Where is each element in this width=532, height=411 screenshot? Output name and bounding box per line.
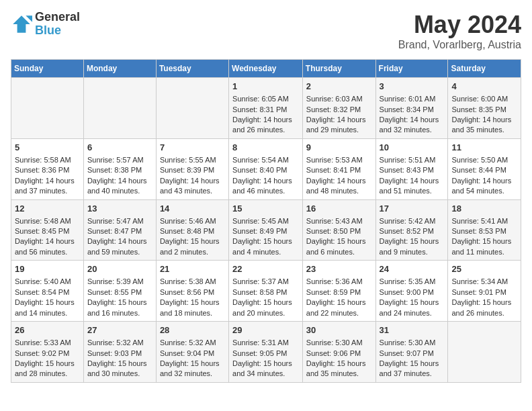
- calendar-cell: 26Sunrise: 5:33 AMSunset: 9:02 PMDayligh…: [11, 322, 84, 383]
- day-info: Sunset: 8:43 PM: [380, 165, 445, 175]
- day-info: Daylight: 15 hours and 26 minutes.: [451, 298, 517, 318]
- day-info: Sunset: 8:50 PM: [306, 226, 372, 236]
- day-info: Sunset: 8:38 PM: [87, 165, 152, 175]
- calendar-cell: 5Sunrise: 5:58 AMSunset: 8:36 PMDaylight…: [11, 138, 84, 199]
- day-number: 10: [380, 142, 445, 154]
- calendar-header: SundayMondayTuesdayWednesdayThursdayFrid…: [11, 60, 521, 78]
- calendar-week-row: 1Sunrise: 6:05 AMSunset: 8:31 PMDaylight…: [11, 78, 521, 139]
- day-info: Sunrise: 5:34 AM: [451, 277, 517, 287]
- calendar-cell: 2Sunrise: 6:03 AMSunset: 8:32 PMDaylight…: [302, 78, 375, 139]
- calendar-cell: 9Sunrise: 5:53 AMSunset: 8:41 PMDaylight…: [302, 138, 375, 199]
- calendar-cell: 11Sunrise: 5:50 AMSunset: 8:44 PMDayligh…: [448, 138, 521, 199]
- day-info: Daylight: 15 hours and 37 minutes.: [380, 359, 445, 379]
- calendar-cell: [83, 78, 156, 139]
- day-info: Daylight: 15 hours and 32 minutes.: [160, 359, 225, 379]
- calendar-cell: 1Sunrise: 6:05 AMSunset: 8:31 PMDaylight…: [229, 78, 303, 139]
- calendar-cell: 21Sunrise: 5:38 AMSunset: 8:56 PMDayligh…: [156, 261, 228, 322]
- day-info: Sunset: 9:01 PM: [451, 287, 517, 298]
- day-info: Sunrise: 5:38 AM: [160, 277, 225, 287]
- calendar-cell: 18Sunrise: 5:41 AMSunset: 8:53 PMDayligh…: [448, 199, 521, 261]
- logo: General Blue: [11, 11, 80, 38]
- day-info: Sunset: 9:02 PM: [15, 349, 80, 359]
- day-info: Daylight: 15 hours and 14 minutes.: [15, 298, 80, 318]
- day-info: Sunrise: 5:30 AM: [306, 338, 372, 348]
- day-number: 16: [306, 203, 372, 215]
- day-info: Sunset: 8:31 PM: [232, 105, 299, 115]
- calendar-cell: 15Sunrise: 5:45 AMSunset: 8:49 PMDayligh…: [229, 199, 303, 261]
- calendar-table: SundayMondayTuesdayWednesdayThursdayFrid…: [11, 59, 521, 383]
- day-info: Sunrise: 5:30 AM: [380, 338, 445, 348]
- calendar-cell: [156, 78, 228, 139]
- day-number: 5: [15, 142, 80, 154]
- calendar-cell: 30Sunrise: 5:30 AMSunset: 9:06 PMDayligh…: [302, 322, 375, 383]
- calendar-cell: 31Sunrise: 5:30 AMSunset: 9:07 PMDayligh…: [375, 322, 448, 383]
- calendar-cell: [11, 78, 84, 139]
- day-info: Daylight: 14 hours and 59 minutes.: [87, 236, 152, 257]
- day-info: Sunset: 9:03 PM: [87, 349, 152, 359]
- calendar-cell: 10Sunrise: 5:51 AMSunset: 8:43 PMDayligh…: [375, 138, 448, 199]
- day-info: Sunset: 8:36 PM: [15, 165, 80, 175]
- day-info: Sunrise: 5:37 AM: [232, 277, 299, 287]
- day-info: Daylight: 15 hours and 20 minutes.: [232, 298, 299, 318]
- day-number: 15: [232, 203, 299, 215]
- calendar-cell: 16Sunrise: 5:43 AMSunset: 8:50 PMDayligh…: [302, 199, 375, 261]
- day-info: Sunrise: 6:03 AM: [306, 94, 372, 104]
- logo-line1: General: [35, 11, 80, 24]
- day-of-week-header: Sunday: [11, 60, 84, 78]
- day-info: Sunrise: 6:05 AM: [232, 94, 299, 104]
- day-info: Daylight: 15 hours and 24 minutes.: [380, 298, 445, 318]
- calendar-cell: 29Sunrise: 5:31 AMSunset: 9:05 PMDayligh…: [229, 322, 303, 383]
- calendar-cell: 6Sunrise: 5:57 AMSunset: 8:38 PMDaylight…: [83, 138, 156, 199]
- day-number: 11: [451, 142, 517, 154]
- day-info: Daylight: 15 hours and 4 minutes.: [232, 236, 299, 257]
- calendar-week-row: 26Sunrise: 5:33 AMSunset: 9:02 PMDayligh…: [11, 322, 521, 383]
- calendar-cell: 4Sunrise: 6:00 AMSunset: 8:35 PMDaylight…: [448, 78, 521, 139]
- days-of-week-row: SundayMondayTuesdayWednesdayThursdayFrid…: [11, 60, 521, 78]
- calendar-week-row: 19Sunrise: 5:40 AMSunset: 8:54 PMDayligh…: [11, 261, 521, 322]
- day-of-week-header: Tuesday: [156, 60, 228, 78]
- day-info: Sunset: 8:34 PM: [380, 105, 445, 115]
- day-info: Daylight: 14 hours and 56 minutes.: [15, 236, 80, 257]
- day-info: Sunrise: 5:51 AM: [380, 155, 445, 165]
- day-of-week-header: Friday: [375, 60, 448, 78]
- day-number: 29: [232, 324, 299, 336]
- calendar-cell: 8Sunrise: 5:54 AMSunset: 8:40 PMDaylight…: [229, 138, 303, 199]
- day-info: Sunrise: 5:43 AM: [306, 216, 372, 226]
- day-info: Sunrise: 5:46 AM: [160, 216, 225, 226]
- day-info: Daylight: 14 hours and 35 minutes.: [451, 115, 517, 136]
- day-number: 12: [15, 203, 80, 215]
- day-info: Sunrise: 5:36 AM: [306, 277, 372, 287]
- day-info: Daylight: 15 hours and 16 minutes.: [87, 298, 152, 318]
- day-number: 8: [232, 142, 299, 154]
- day-info: Sunset: 8:53 PM: [451, 226, 517, 236]
- day-info: Daylight: 14 hours and 54 minutes.: [451, 176, 517, 197]
- day-info: Sunrise: 5:50 AM: [451, 155, 517, 165]
- calendar-cell: 28Sunrise: 5:32 AMSunset: 9:04 PMDayligh…: [156, 322, 228, 383]
- calendar-cell: 19Sunrise: 5:40 AMSunset: 8:54 PMDayligh…: [11, 261, 84, 322]
- day-number: 23: [306, 263, 372, 275]
- day-info: Sunrise: 5:40 AM: [15, 277, 80, 287]
- day-info: Sunset: 9:00 PM: [380, 287, 445, 298]
- calendar-week-row: 5Sunrise: 5:58 AMSunset: 8:36 PMDaylight…: [11, 138, 521, 199]
- day-number: 6: [87, 142, 152, 154]
- day-info: Sunset: 8:32 PM: [306, 105, 372, 115]
- day-info: Sunrise: 6:00 AM: [451, 94, 517, 104]
- day-info: Daylight: 15 hours and 35 minutes.: [306, 359, 372, 379]
- day-info: Daylight: 15 hours and 34 minutes.: [232, 359, 299, 379]
- calendar-cell: 13Sunrise: 5:47 AMSunset: 8:47 PMDayligh…: [83, 199, 156, 261]
- day-info: Sunset: 8:47 PM: [87, 226, 152, 236]
- day-info: Daylight: 14 hours and 46 minutes.: [232, 176, 299, 197]
- day-of-week-header: Monday: [83, 60, 156, 78]
- page-header: General Blue May 2024 Brand, Vorarlberg,…: [11, 11, 521, 51]
- day-info: Sunrise: 5:45 AM: [232, 216, 299, 226]
- day-info: Daylight: 14 hours and 43 minutes.: [160, 176, 225, 197]
- calendar-subtitle: Brand, Vorarlberg, Austria: [398, 39, 521, 51]
- day-info: Sunrise: 5:32 AM: [160, 338, 225, 348]
- day-of-week-header: Wednesday: [229, 60, 303, 78]
- day-info: Daylight: 15 hours and 9 minutes.: [380, 236, 445, 257]
- day-info: Sunrise: 5:53 AM: [306, 155, 372, 165]
- calendar-cell: 20Sunrise: 5:39 AMSunset: 8:55 PMDayligh…: [83, 261, 156, 322]
- calendar-cell: 7Sunrise: 5:55 AMSunset: 8:39 PMDaylight…: [156, 138, 228, 199]
- day-info: Sunrise: 5:32 AM: [87, 338, 152, 348]
- day-number: 24: [380, 263, 445, 275]
